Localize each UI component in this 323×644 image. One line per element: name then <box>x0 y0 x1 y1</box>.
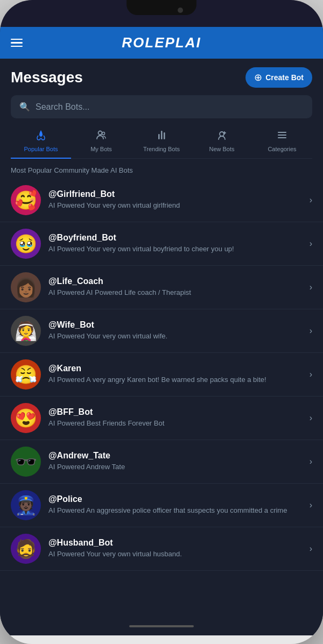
bot-handle-girlfriend: @Girlfriend_Bot <box>48 189 302 199</box>
bot-handle-wife: @Wife_Bot <box>48 320 302 330</box>
create-bot-button[interactable]: ⊕ Create Bot <box>245 67 312 88</box>
app-container: RolePlAI Messages ⊕ Create Bot 🔍 Search … <box>0 27 323 635</box>
bot-avatar-boyfriend: 🥹 <box>11 229 41 259</box>
plus-icon: ⊕ <box>254 72 262 83</box>
tab-my[interactable]: My Bots <box>71 129 131 158</box>
tabs-row: Popular BotsMy BotsTrending BotsNew Bots… <box>11 127 312 159</box>
page-title: Messages <box>11 69 83 86</box>
phone-notch-area <box>0 0 323 27</box>
bot-info-police: @PoliceAI Powered An aggressive police o… <box>48 494 302 515</box>
tab-trending[interactable]: Trending Bots <box>131 129 192 158</box>
tab-new-label: New Bots <box>209 146 234 152</box>
bot-info-girlfriend: @Girlfriend_BotAI Powered Your very own … <box>48 189 302 210</box>
bot-description-husband: AI Powered Your very own virtual husband… <box>48 549 302 559</box>
bots-list: 🥰@Girlfriend_BotAI Powered Your very own… <box>0 179 323 617</box>
bot-info-boyfriend: @Boyfriend_BotAI Powered Your very own v… <box>48 233 302 254</box>
hamburger-menu-button[interactable] <box>11 39 23 47</box>
bot-description-wife: AI Powered Your very own virtual wife. <box>48 331 302 341</box>
chevron-right-icon: › <box>310 282 312 292</box>
messages-row: Messages ⊕ Create Bot <box>11 67 312 88</box>
bot-list-item[interactable]: 🥹@Boyfriend_BotAI Powered Your very own … <box>0 222 323 266</box>
chevron-right-icon: › <box>310 239 312 249</box>
bot-description-life_coach: AI Powered AI Powered Life coach / Thera… <box>48 288 302 298</box>
bot-info-wife: @Wife_BotAI Powered Your very own virtua… <box>48 320 302 341</box>
bot-handle-boyfriend: @Boyfriend_Bot <box>48 233 302 243</box>
svg-point-0 <box>99 131 102 135</box>
phone-camera <box>178 8 183 13</box>
tab-categories-label: Categories <box>268 146 296 152</box>
chevron-right-icon: › <box>310 370 312 379</box>
bot-handle-karen: @Karen <box>48 364 302 373</box>
bot-description-police: AI Powered An aggressive police officer … <box>48 506 302 515</box>
create-bot-label: Create Bot <box>265 73 304 82</box>
app-header: RolePlAI <box>0 27 323 59</box>
bot-avatar-police: 👮🏿 <box>11 490 41 520</box>
bot-description-bff: AI Powered Best Friends Forever Bot <box>48 419 302 428</box>
bot-info-husband: @Husband_BotAI Powered Your very own vir… <box>48 538 302 559</box>
bot-handle-life_coach: @Life_Coach <box>48 277 302 286</box>
bot-list-item[interactable]: 👰@Wife_BotAI Powered Your very own virtu… <box>0 309 323 353</box>
tab-new[interactable]: New Bots <box>192 129 252 158</box>
search-icon: 🔍 <box>19 102 30 112</box>
bot-handle-andrew_tate: @Andrew_Tate <box>48 451 302 461</box>
chevron-right-icon: › <box>310 413 312 423</box>
bot-list-item[interactable]: 🧔@Husband_BotAI Powered Your very own vi… <box>0 527 323 571</box>
bot-info-bff: @BFF_BotAI Powered Best Friends Forever … <box>48 407 302 428</box>
top-section: Messages ⊕ Create Bot 🔍 Search Bots... P… <box>0 59 323 159</box>
tab-trending-icon <box>156 129 167 144</box>
tab-my-icon <box>95 129 107 144</box>
bot-info-andrew_tate: @Andrew_TateAI Powered Andrew Tate <box>48 451 302 472</box>
tab-popular[interactable]: Popular Bots <box>11 129 71 159</box>
phone-bottom-curve <box>0 635 323 644</box>
bot-avatar-husband: 🧔 <box>11 534 41 564</box>
tab-categories[interactable]: Categories <box>252 129 312 158</box>
svg-rect-3 <box>158 134 160 139</box>
bot-avatar-wife: 👰 <box>11 316 41 346</box>
bot-description-girlfriend: AI Powered Your very own virtual girlfri… <box>48 201 302 210</box>
tab-categories-icon <box>276 129 288 144</box>
bot-list-item[interactable]: 🥰@Girlfriend_BotAI Powered Your very own… <box>0 179 323 222</box>
bot-avatar-life_coach: 👩🏾 <box>11 272 41 302</box>
bot-list-item[interactable]: 😤@KarenAI Powered A very angry Karen bot… <box>0 353 323 397</box>
svg-rect-4 <box>164 132 165 139</box>
bot-list-item[interactable]: 🕶️@Andrew_TateAI Powered Andrew Tate› <box>0 440 323 484</box>
bot-description-boyfriend: AI Powered Your very own virtual boyfrie… <box>48 244 302 254</box>
bot-avatar-girlfriend: 🥰 <box>11 185 41 215</box>
bot-list-item[interactable]: 👮🏿@PoliceAI Powered An aggressive police… <box>0 484 323 527</box>
bot-info-karen: @KarenAI Powered A very angry Karen bot!… <box>48 364 302 385</box>
bot-list-item[interactable]: 👩🏾@Life_CoachAI Powered AI Powered Life … <box>0 266 323 309</box>
phone-notch <box>127 0 196 15</box>
chevron-right-icon: › <box>310 500 312 510</box>
home-bar-line <box>129 625 194 627</box>
bot-avatar-andrew_tate: 🕶️ <box>11 447 41 477</box>
search-bar[interactable]: 🔍 Search Bots... <box>11 95 312 118</box>
content-area: Messages ⊕ Create Bot 🔍 Search Bots... P… <box>0 59 323 617</box>
bot-description-andrew_tate: AI Powered Andrew Tate <box>48 462 302 472</box>
chevron-right-icon: › <box>310 195 312 205</box>
bot-info-life_coach: @Life_CoachAI Powered AI Powered Life co… <box>48 277 302 298</box>
bot-avatar-karen: 😤 <box>11 359 41 390</box>
svg-rect-2 <box>161 131 163 139</box>
app-logo: RolePlAI <box>122 34 201 51</box>
tab-trending-label: Trending Bots <box>143 146 180 152</box>
chevron-right-icon: › <box>310 457 312 466</box>
bot-handle-husband: @Husband_Bot <box>48 538 302 548</box>
svg-point-1 <box>102 132 105 135</box>
bot-handle-police: @Police <box>48 494 302 504</box>
bot-handle-bff: @BFF_Bot <box>48 407 302 417</box>
tab-my-label: My Bots <box>90 146 112 152</box>
bot-avatar-bff: 😍 <box>11 403 41 433</box>
tab-new-icon <box>216 129 228 144</box>
section-heading: Most Popular Community Made AI Bots <box>0 159 323 179</box>
bot-description-karen: AI Powered A very angry Karen bot! Be wa… <box>48 375 302 385</box>
phone-home-bar <box>0 617 323 635</box>
tab-popular-icon <box>35 129 47 144</box>
chevron-right-icon: › <box>310 544 312 554</box>
chevron-right-icon: › <box>310 326 312 336</box>
phone-frame: RolePlAI Messages ⊕ Create Bot 🔍 Search … <box>0 0 323 644</box>
bot-list-item[interactable]: 😍@BFF_BotAI Powered Best Friends Forever… <box>0 397 323 440</box>
search-placeholder: Search Bots... <box>36 102 90 112</box>
tab-popular-label: Popular Bots <box>24 146 58 152</box>
